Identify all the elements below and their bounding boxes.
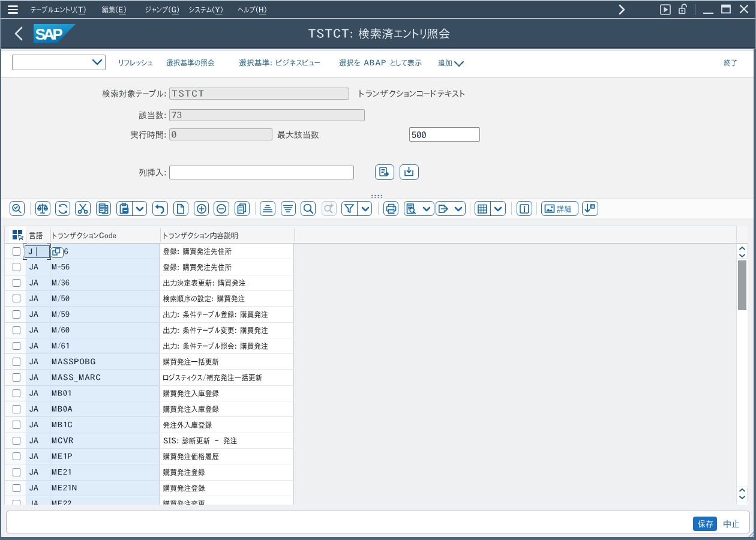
- svg-text:SAP: SAP: [35, 25, 63, 43]
